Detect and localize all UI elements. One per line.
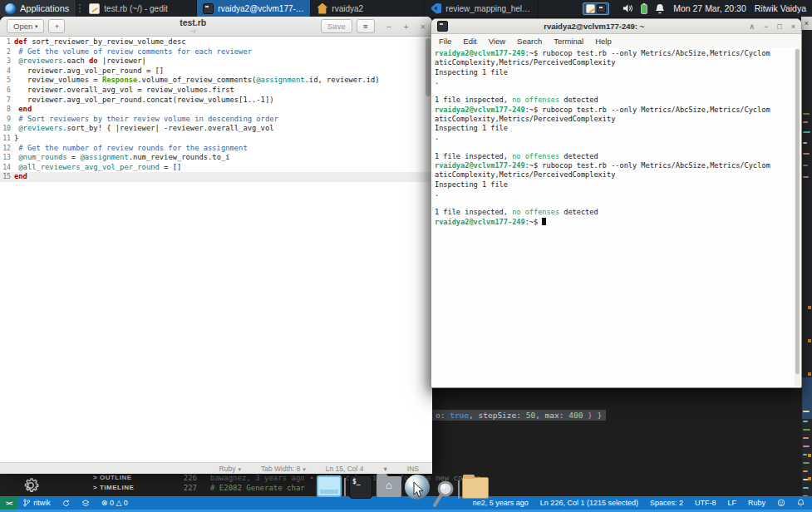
feedback-icon <box>777 499 785 507</box>
menu-terminal[interactable]: Terminal <box>554 37 583 46</box>
open-button[interactable]: Open ▾ <box>7 19 44 33</box>
menu-button[interactable]: ≡ <box>357 19 375 33</box>
terminal-line: . <box>435 190 798 199</box>
terminal-line: rvaidya2@vclvm177-249:~$ rubocop test.rb… <box>435 106 798 115</box>
code-line[interactable]: 8 end <box>0 105 432 115</box>
sync-icon <box>62 500 70 507</box>
menu-edit[interactable]: Edit <box>463 37 476 46</box>
terminal-title: rvaidya2@vclvm177-249: ~ <box>448 22 740 31</box>
desktop: × o: true, stepSize: 50, max: 400 } } > … <box>0 0 812 512</box>
terminal-line <box>435 86 798 96</box>
sidebar-section-outline[interactable]: > OUTLINE <box>93 474 132 481</box>
gear-icon[interactable] <box>22 476 40 495</box>
menu-view[interactable]: View <box>489 37 505 46</box>
window-button[interactable]: rvaidya2 <box>311 0 425 17</box>
sync-button[interactable] <box>57 500 76 507</box>
menu-search[interactable]: Search <box>517 37 542 46</box>
statusbar-item[interactable]: Ln 226, Col 1 (1215 selected) <box>534 499 644 507</box>
terminal-cursor <box>542 218 546 225</box>
gedit-editor[interactable]: 1def sort_reviewer_by_review_volume_desc… <box>0 37 432 462</box>
workspace-switcher[interactable] <box>583 2 609 15</box>
terminal-titlebar[interactable]: rvaidya2@vclvm177-249: ~ ∧ − □ × <box>431 19 801 34</box>
chevron-down-icon: ▾ <box>35 23 38 30</box>
line-number: 227 <box>175 484 197 492</box>
applications-icon <box>5 3 16 14</box>
window-button-label: rvaidya2 <box>332 4 363 13</box>
top-panel: Applications test.rb (~/) - geditrvaidya… <box>0 0 812 17</box>
code-line[interactable]: 5 review_volumes = Response.volume_of_re… <box>0 76 432 86</box>
terminal-line: 1 file inspected, no offenses detected <box>435 208 798 217</box>
code-line[interactable]: 14 @all_reviewers_avg_vol_per_round = [] <box>0 163 432 173</box>
remote-indicator[interactable]: >< <box>0 496 17 510</box>
sidebar-section-timeline[interactable]: > TIMELINE <box>93 484 134 491</box>
terminal-scrollbar[interactable] <box>795 48 800 386</box>
code-line[interactable]: 3 @reviewers.each do |reviewer| <box>0 57 432 66</box>
terminal-line: 1 file inspected, no offenses detected <box>435 96 798 105</box>
feedback-button[interactable] <box>771 499 791 507</box>
menu-help[interactable]: Help <box>595 37 612 46</box>
maximize-button[interactable]: □ <box>777 22 781 31</box>
statusbar-item[interactable]: ▾ <box>384 465 387 473</box>
vscode-status-bar: >< ritwik ⊗ 0 △ 0 ne2, 5 years agoLn 226… <box>0 496 812 510</box>
speaker-icon[interactable] <box>623 3 633 13</box>
statusbar-item[interactable]: Ruby▾ <box>219 465 241 473</box>
problems-indicator[interactable]: ⊗ 0 △ 0 <box>96 499 134 507</box>
window-button[interactable]: rvaidya2@vclvm177-24... <box>197 0 311 17</box>
maximize-button[interactable]: + <box>403 22 408 32</box>
vscode-minimap[interactable] <box>802 30 812 496</box>
minimize-button[interactable]: − <box>764 22 768 31</box>
bell-icon[interactable] <box>655 3 665 14</box>
status-right-items: ne2, 5 years agoLn 226, Col 1 (1215 sele… <box>467 499 771 507</box>
statusbar-item[interactable]: LF <box>721 499 742 507</box>
home-icon <box>317 3 327 14</box>
minimize-button[interactable]: − <box>386 22 391 32</box>
terminal-window: rvaidya2@vclvm177-249: ~ ∧ − □ × FileEdi… <box>431 18 802 388</box>
code-line[interactable]: 6 reviewer.overall_avg_vol = review_volu… <box>0 86 432 96</box>
statusbar-item[interactable]: Spaces: 2 <box>644 499 689 507</box>
new-tab-button[interactable]: + <box>48 19 65 33</box>
code-line[interactable]: 13 @num_rounds = @assignment.num_review_… <box>0 153 432 163</box>
statusbar-item[interactable]: INS <box>407 465 419 473</box>
gedit-title: test.rb ~/ <box>65 18 321 34</box>
git-branch-indicator[interactable]: ritwik <box>17 499 57 507</box>
statusbar-item[interactable]: Ruby <box>742 499 771 507</box>
close-button[interactable]: × <box>791 22 795 31</box>
code-line[interactable]: 9 # Sort reviewers by their review volum… <box>0 115 432 125</box>
term-icon <box>203 3 214 14</box>
user-name[interactable]: Ritwik Vaidya <box>755 3 812 13</box>
terminal-line <box>435 143 798 152</box>
vscode-selected-code-line[interactable]: o: true, stepSize: 50, max: 400 } } <box>431 410 606 421</box>
code-line[interactable]: 4 reviewer.avg_vol_per_round = [] <box>0 66 432 76</box>
bell-icon <box>797 499 805 507</box>
code-line[interactable]: 15end <box>0 172 432 182</box>
statusbar-item[interactable]: UTF-8 <box>689 499 722 507</box>
window-button-label: review_mapping_helper.... <box>445 4 532 13</box>
code-line[interactable]: 1def sort_reviewer_by_review_volume_desc <box>0 37 432 47</box>
close-button[interactable]: × <box>421 22 426 32</box>
menu-file[interactable]: File <box>439 37 451 46</box>
statusbar-item[interactable]: Tab Width: 8▾ <box>261 465 306 473</box>
code-line[interactable]: 10 @reviewers.sort_by! { |reviewer| -rev… <box>0 124 432 134</box>
statusbar-item[interactable]: Ln 15, Col 4 <box>326 465 364 473</box>
shade-button[interactable]: ∧ <box>749 22 755 31</box>
terminal-output[interactable]: rvaidya2@vclvm177-249:~$ rubocop test.rb… <box>431 47 801 387</box>
layers-button[interactable] <box>76 500 96 507</box>
notifications-button[interactable] <box>791 499 812 507</box>
code-line[interactable]: 12 # Get the number of review rounds for… <box>0 144 432 154</box>
terminal-line: Inspecting 1 file <box>435 180 798 190</box>
code-line[interactable]: 7 reviewer.avg_vol_per_round.concat(revi… <box>0 96 432 106</box>
vscode-close-icon[interactable]: × <box>801 17 812 30</box>
code-comment-line[interactable]: # E2082 Generate char <box>210 484 305 492</box>
clock[interactable]: Mon 27 Mar, 20:30 <box>673 3 755 13</box>
window-button[interactable]: review_mapping_helper.... <box>425 0 539 17</box>
statusbar-item[interactable]: ne2, 5 years ago <box>467 499 534 507</box>
window-button[interactable]: test.rb (~/) - gedit <box>83 0 197 17</box>
window-buttons: test.rb (~/) - geditrvaidya2@vclvm177-24… <box>83 0 539 17</box>
battery-icon[interactable] <box>641 3 647 14</box>
save-button[interactable]: Save <box>321 19 352 33</box>
applications-menu-button[interactable]: Applications <box>0 0 76 17</box>
code-line[interactable]: 11} <box>0 134 432 144</box>
code-line[interactable]: 2 # Get the volume of review comments fo… <box>0 47 432 57</box>
gedit-headerbar: Open ▾ + test.rb ~/ Save ≡ − + × <box>0 17 432 37</box>
gedit-status-bar: Ruby▾Tab Width: 8▾Ln 15, Col 4▾INS <box>0 462 432 474</box>
